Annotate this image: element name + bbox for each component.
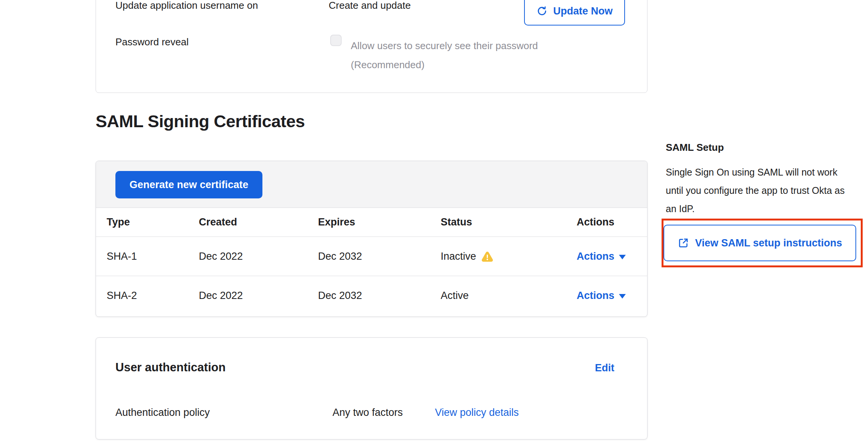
table-row-sha2: SHA-2 Dec 2022 Dec 2032 Active Actions	[96, 276, 647, 315]
external-link-icon	[678, 237, 689, 249]
user-authentication-title: User authentication	[115, 361, 225, 374]
table-row-sha1: SHA-1 Dec 2022 Dec 2032 Inactive	[96, 236, 647, 276]
cell-type: SHA-2	[96, 290, 188, 302]
col-header-type: Type	[96, 216, 188, 228]
cell-status: Inactive	[430, 251, 564, 262]
status-text: Active	[441, 290, 469, 302]
checkbox-label-text: Allow users to securely see their passwo…	[351, 40, 538, 51]
saml-setup-description: Single Sign On using SAML will not work …	[666, 163, 846, 218]
checkbox-label-suffix: (Recommended)	[351, 59, 425, 70]
col-header-expires: Expires	[307, 216, 430, 228]
view-saml-instructions-button[interactable]: View SAML setup instructions	[663, 225, 856, 261]
col-header-created: Created	[188, 216, 307, 228]
cell-actions: Actions	[564, 251, 647, 262]
page-title: SAML Signing Certificates	[96, 112, 305, 131]
password-reveal-label: Password reveal	[115, 36, 189, 48]
actions-dropdown[interactable]: Actions	[577, 251, 626, 262]
cell-created: Dec 2022	[188, 290, 307, 302]
status-text: Inactive	[441, 251, 476, 262]
actions-dropdown[interactable]: Actions	[577, 290, 626, 302]
refresh-icon	[536, 5, 548, 17]
authentication-policy-label: Authentication policy	[115, 407, 210, 419]
actions-label: Actions	[577, 251, 614, 262]
col-header-status: Status	[430, 216, 564, 228]
cell-expires: Dec 2032	[307, 290, 430, 302]
certificates-table: Type Created Expires Status Actions SHA-…	[96, 208, 647, 315]
col-header-actions: Actions	[564, 216, 647, 228]
cell-status: Active	[430, 290, 564, 302]
caret-down-icon	[619, 294, 626, 299]
caret-down-icon	[619, 255, 626, 259]
cell-actions: Actions	[564, 290, 647, 302]
edit-link[interactable]: Edit	[595, 362, 614, 374]
saml-certificates-panel: Generate new certificate Type Created Ex…	[96, 161, 647, 317]
update-now-button[interactable]: Update Now	[524, 0, 625, 26]
username-update-label: Update application username on	[115, 0, 258, 11]
cell-type: SHA-1	[96, 251, 188, 262]
generate-certificate-button[interactable]: Generate new certificate	[115, 171, 262, 198]
app-settings-panel: Update application username on Create an…	[96, 0, 647, 93]
cell-created: Dec 2022	[188, 251, 307, 262]
username-update-value: Create and update	[329, 0, 411, 11]
page-canvas: Update application username on Create an…	[0, 0, 868, 441]
certificates-table-header: Type Created Expires Status Actions	[96, 208, 647, 236]
password-reveal-checkbox[interactable]	[330, 35, 342, 46]
authentication-policy-value: Any two factors	[332, 407, 403, 419]
saml-setup-heading: SAML Setup	[666, 142, 724, 153]
view-saml-instructions-label: View SAML setup instructions	[695, 237, 842, 249]
user-authentication-panel: User authentication Edit Authentication …	[96, 337, 647, 439]
actions-label: Actions	[577, 290, 614, 302]
update-now-label: Update Now	[553, 5, 612, 17]
view-policy-details-link[interactable]: View policy details	[435, 407, 519, 419]
cell-expires: Dec 2032	[307, 251, 430, 262]
certificates-panel-header: Generate new certificate	[96, 161, 647, 208]
password-reveal-checkbox-label: Allow users to securely see their passwo…	[351, 36, 538, 74]
warning-icon	[481, 251, 493, 262]
